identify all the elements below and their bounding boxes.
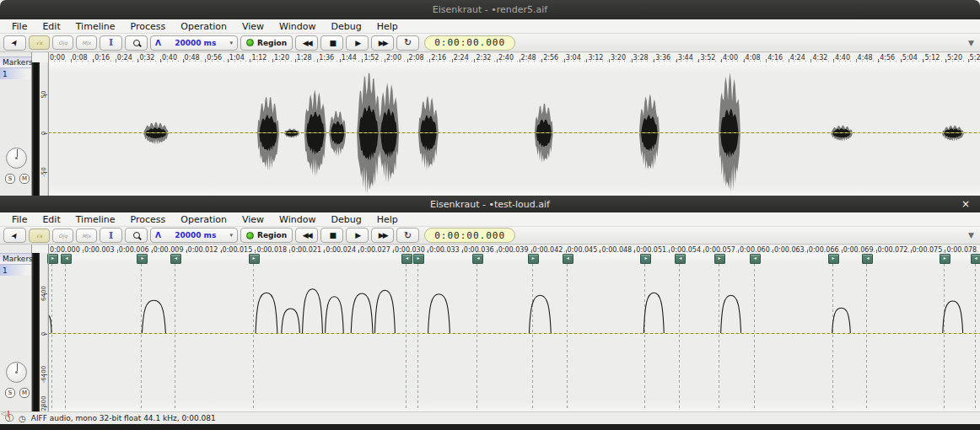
toolbar-overflow-icon[interactable]: ▼ [968, 39, 974, 47]
rewind-button[interactable]: ◀◀ [295, 35, 318, 51]
edit-mode-button-3[interactable]: M|x [76, 35, 97, 50]
region-start-flag[interactable]: ▸ [137, 254, 148, 264]
menu-file[interactable]: File [4, 213, 35, 226]
menu-window[interactable]: Window [272, 213, 323, 226]
region-start-flag[interactable]: ▸ [940, 254, 950, 264]
menu-debug[interactable]: Debug [323, 20, 369, 33]
region-start-flag[interactable]: ▸ [828, 254, 839, 264]
window1-markers-header[interactable]: Markers [0, 56, 31, 68]
menu-view[interactable]: View [234, 213, 272, 226]
menu-timeline[interactable]: Timeline [68, 213, 123, 226]
window2-playback-cursor[interactable] [48, 245, 49, 411]
window2-solo-button[interactable]: S [5, 388, 15, 398]
time-display[interactable]: 0:00:00.000 [424, 35, 515, 51]
loop-button[interactable]: ↻ [396, 228, 419, 243]
menu-help[interactable]: Help [369, 20, 406, 33]
menu-help[interactable]: Help [369, 213, 406, 226]
stop-button[interactable]: ■ [320, 228, 343, 243]
ruler-label: 0:00.012 [188, 246, 218, 253]
play-button[interactable]: ▶ [346, 35, 369, 51]
blend-dropdown[interactable]: Λ20000 ms▾ [150, 228, 238, 243]
region-end-flag[interactable]: ◂ [750, 254, 761, 264]
stop-button[interactable]: ■ [320, 35, 343, 51]
window1-titlebar[interactable]: Eisenkraut - •render5.aif [0, 0, 980, 19]
region-start-flag[interactable]: ▸ [528, 254, 539, 264]
window1-mute-button[interactable]: M [19, 174, 30, 184]
rewind-button[interactable]: ◀◀ [295, 228, 318, 243]
window2-track-row[interactable]: 1 [0, 265, 31, 276]
region-start-flag[interactable]: ▸ [640, 254, 651, 264]
fast-forward-button[interactable]: ▶▶ [371, 228, 394, 243]
ruler-label: 0:00.027 [360, 246, 390, 253]
scrollbar-left-arrow-icon[interactable]: ◁ [1, 410, 6, 417]
window2-titlebar[interactable]: Eisenkraut - •test-loud.aif × [0, 196, 980, 212]
ruler-label: 3:52 [700, 54, 715, 62]
window2-mute-button[interactable]: M [19, 388, 30, 398]
window2-markers-header[interactable]: Markers [0, 253, 31, 265]
zoom-tool-button[interactable] [125, 35, 148, 51]
time-display[interactable]: 0:00:00.000 [424, 228, 515, 243]
fast-forward-button[interactable]: ▶▶ [371, 35, 394, 51]
menu-process[interactable]: Process [123, 20, 174, 33]
window1-playback-cursor[interactable] [48, 52, 49, 196]
region-end-flag[interactable]: ◂ [401, 254, 412, 264]
menu-operation[interactable]: Operation [173, 213, 234, 226]
blend-dropdown[interactable]: Λ20000 ms▾ [150, 35, 238, 51]
region-end-flag[interactable]: ◂ [675, 254, 686, 264]
ibeam-tool-button[interactable]: I [100, 35, 122, 51]
region-end-flag[interactable]: ◂ [61, 254, 72, 264]
axis-tick [44, 334, 47, 335]
scrollbar-cursor-mark [8, 411, 9, 417]
pointer-tool-button[interactable]: ➤ [3, 228, 26, 243]
toolbar-overflow-icon[interactable]: ▼ [968, 231, 974, 239]
edit-mode-button-1[interactable]: √x [29, 228, 50, 243]
region-end-flag[interactable]: ◂ [563, 254, 573, 264]
window1-timeline-ruler[interactable]: 0:000:080:160:240:320:400:480:561:041:12… [0, 52, 980, 62]
region-button[interactable]: Region [240, 35, 293, 51]
region-start-flag[interactable]: ▸ [714, 254, 725, 264]
ruler-label: 5:12 [924, 54, 940, 62]
menu-view[interactable]: View [234, 20, 272, 33]
zoom-tool-button[interactable] [125, 228, 148, 243]
info-icon[interactable]: ⓘ [5, 412, 13, 424]
clock-icon[interactable]: ◷ [19, 414, 26, 423]
menu-window[interactable]: Window [272, 20, 323, 33]
window2-timeline-ruler[interactable]: 0:00.0000:00.0030:00.0060:00.0090:00.012… [0, 245, 980, 253]
region-start-flag[interactable]: ▸ [47, 254, 58, 264]
edit-mode-button-3[interactable]: M|x [76, 228, 97, 243]
window1-track-row[interactable]: 1 [0, 68, 31, 79]
menu-operation[interactable]: Operation [173, 20, 234, 33]
window2-pan-knob[interactable] [6, 362, 27, 383]
window1-waveform-area[interactable] [48, 62, 980, 196]
ruler-label: 0:00.009 [153, 246, 184, 253]
region-button[interactable]: Region [240, 228, 293, 243]
region-end-flag[interactable]: ◂ [862, 254, 873, 264]
menu-edit[interactable]: Edit [35, 20, 67, 33]
menu-edit[interactable]: Edit [35, 213, 67, 226]
edit-mode-button-1[interactable]: √x [29, 35, 50, 50]
menu-file[interactable]: File [4, 20, 35, 33]
region-end-flag[interactable]: ◂ [472, 254, 483, 264]
window1-solo-button[interactable]: S [5, 174, 15, 184]
ruler-label: 3:12 [588, 54, 603, 62]
edit-mode-button-2[interactable]: O|q [52, 228, 73, 243]
window1-pan-knob[interactable] [6, 148, 27, 169]
loop-button[interactable]: ↻ [396, 35, 419, 51]
region-start-flag[interactable]: ▸ [413, 254, 424, 264]
pointer-tool-button[interactable]: ➤ [3, 35, 26, 51]
ruler-label: 3:36 [655, 54, 670, 62]
ibeam-tool-button[interactable]: I [100, 228, 122, 243]
play-button[interactable]: ▶ [346, 228, 369, 243]
window2-close-icon[interactable]: × [961, 196, 970, 212]
menu-process[interactable]: Process [123, 213, 174, 226]
region-end-flag[interactable]: ◂ [170, 254, 181, 264]
ruler-label: 0:00 [50, 54, 65, 62]
ruler-label: 3:20 [611, 54, 626, 62]
edit-mode-button-2[interactable]: O|q [52, 35, 73, 50]
menu-timeline[interactable]: Timeline [68, 20, 123, 33]
menu-debug[interactable]: Debug [323, 213, 369, 226]
blend-fade-icon: Λ [155, 231, 161, 239]
region-end-flag[interactable]: ◂ [971, 254, 980, 264]
window2-waveform-area[interactable] [48, 253, 980, 411]
region-start-flag[interactable]: ▸ [249, 254, 260, 264]
